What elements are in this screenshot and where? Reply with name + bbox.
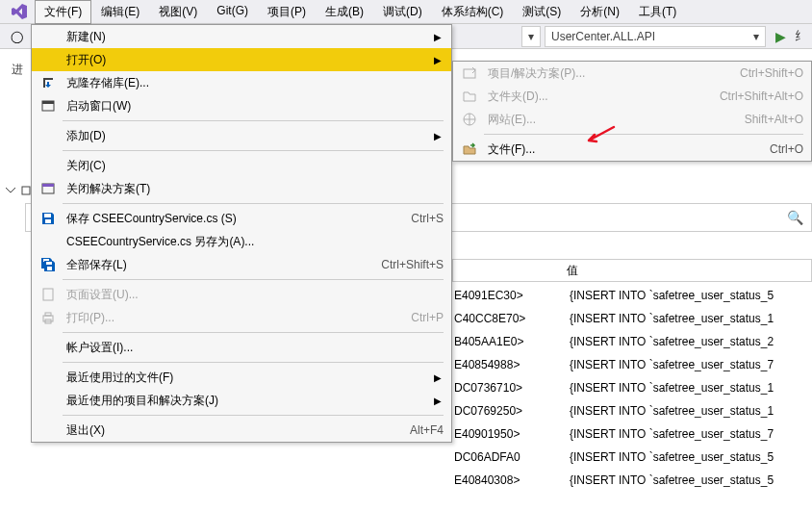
menu-separator bbox=[63, 120, 444, 121]
file-menu-item[interactable]: 关闭解决方案(T) bbox=[32, 177, 451, 200]
menu-item-shortcut: Shift+Alt+O bbox=[725, 113, 803, 126]
menu-separator bbox=[484, 134, 803, 135]
search-icon: 🔍 bbox=[787, 210, 803, 225]
table-row[interactable]: E4091EC30>{INSERT INTO `safetree_user_st… bbox=[452, 284, 812, 307]
collapse-icon[interactable] bbox=[4, 184, 17, 197]
data-table-body: E4091EC30>{INSERT INTO `safetree_user_st… bbox=[452, 284, 812, 492]
svg-rect-8 bbox=[46, 262, 52, 265]
file-menu-item[interactable]: 保存 CSEECountryService.cs (S)Ctrl+S bbox=[32, 207, 451, 230]
blank-icon bbox=[36, 391, 61, 410]
file-menu-item[interactable]: 打开(O)▶ bbox=[32, 48, 451, 71]
project-selector[interactable]: UserCenter.ALL.API ▾ bbox=[545, 26, 766, 47]
menu-separator bbox=[63, 279, 444, 280]
menu-separator bbox=[63, 332, 444, 333]
table-row[interactable]: E40854988>{INSERT INTO `safetree_user_st… bbox=[452, 353, 812, 376]
menubar: 文件(F)编辑(E)视图(V)Git(G)项目(P)生成(B)调试(D)体系结构… bbox=[0, 0, 812, 24]
file-menu-item[interactable]: 帐户设置(I)... bbox=[32, 336, 451, 359]
table-row[interactable]: C40CC8E70>{INSERT INTO `safetree_user_st… bbox=[452, 307, 812, 330]
file-menu-item: 打印(P)...Ctrl+P bbox=[32, 306, 451, 329]
cell-value: {INSERT INTO `safetree_user_status_5 bbox=[570, 289, 774, 302]
cell-value: {INSERT INTO `safetree_user_status_2 bbox=[570, 335, 774, 348]
file-menu-item[interactable]: 退出(X)Alt+F4 bbox=[32, 419, 451, 442]
menu-item[interactable]: 测试(S) bbox=[513, 0, 571, 24]
menu-item[interactable]: 调试(D) bbox=[373, 0, 432, 24]
menu-item-label: 打开(O) bbox=[61, 52, 432, 68]
toolbar-dropdown-small[interactable]: ▾ bbox=[521, 26, 541, 47]
cell-address: E40854988> bbox=[454, 358, 570, 371]
table-row[interactable]: B405AA1E0>{INSERT INTO `safetree_user_st… bbox=[452, 330, 812, 353]
svg-rect-0 bbox=[22, 187, 30, 194]
menu-item[interactable]: 生成(B) bbox=[316, 0, 373, 24]
file-menu: 新建(N)▶打开(O)▶克隆存储库(E)...启动窗口(W)添加(D)▶关闭(C… bbox=[31, 24, 452, 443]
cell-address: E40840308> bbox=[454, 473, 570, 487]
submenu-arrow-icon: ▶ bbox=[432, 396, 444, 406]
file-menu-item[interactable]: 关闭(C) bbox=[32, 154, 451, 177]
file-menu-item[interactable]: 添加(D)▶ bbox=[32, 124, 451, 147]
svg-rect-6 bbox=[45, 219, 51, 223]
save-all-icon bbox=[36, 255, 61, 274]
folder-icon bbox=[457, 87, 482, 106]
data-table-header: 值 bbox=[452, 259, 812, 282]
file-open-icon bbox=[457, 140, 482, 159]
table-row[interactable]: DC0736710>{INSERT INTO `safetree_user_st… bbox=[452, 376, 812, 399]
open-submenu-item: 文件夹(D)...Ctrl+Shift+Alt+O bbox=[453, 85, 811, 108]
page-icon bbox=[36, 285, 61, 304]
toolbar-back-icon[interactable]: ◯ bbox=[6, 26, 27, 47]
svg-rect-14 bbox=[464, 69, 475, 78]
start-debug-button[interactable]: ▶ bbox=[770, 26, 791, 47]
menu-item-label: 新建(N) bbox=[61, 29, 432, 45]
menu-item[interactable]: 体系结构(C) bbox=[432, 0, 514, 24]
submenu-arrow-icon: ▶ bbox=[432, 131, 444, 141]
save-icon bbox=[36, 209, 61, 228]
blank-icon bbox=[36, 368, 61, 387]
file-menu-item: 页面设置(U)... bbox=[32, 283, 451, 306]
cell-address: DC0769250> bbox=[454, 404, 570, 418]
file-menu-item[interactable]: CSEECountryService.cs 另存为(A)... bbox=[32, 230, 451, 253]
table-row[interactable]: E40901950>{INSERT INTO `safetree_user_st… bbox=[452, 422, 812, 446]
menu-item-shortcut: Ctrl+P bbox=[392, 311, 444, 324]
svg-rect-5 bbox=[44, 214, 51, 217]
menu-item-label: 关闭解决方案(T) bbox=[61, 181, 444, 197]
open-submenu-item[interactable]: 文件(F)...Ctrl+O bbox=[453, 138, 811, 161]
file-menu-item[interactable]: 克隆存储库(E)... bbox=[32, 71, 451, 94]
print-icon bbox=[36, 308, 61, 327]
blank-icon bbox=[36, 50, 61, 69]
menu-separator bbox=[63, 415, 444, 416]
menu-item-label: 保存 CSEECountryService.cs (S) bbox=[61, 211, 392, 227]
cell-value: {INSERT INTO `safetree_user_status_5 bbox=[570, 450, 774, 464]
menu-item[interactable]: 项目(P) bbox=[258, 0, 316, 24]
menu-item-shortcut: Ctrl+Shift+S bbox=[362, 258, 444, 271]
menu-item[interactable]: Git(G) bbox=[207, 0, 258, 24]
file-menu-item[interactable]: 最近使用的项目和解决方案(J)▶ bbox=[32, 389, 451, 412]
menu-separator bbox=[63, 362, 444, 363]
menu-item[interactable]: 工具(T) bbox=[629, 0, 686, 24]
vs-logo-icon bbox=[10, 2, 29, 21]
menu-item-shortcut: Alt+F4 bbox=[391, 423, 444, 437]
file-menu-item[interactable]: 全部保存(L)Ctrl+Shift+S bbox=[32, 253, 451, 276]
table-row[interactable]: DC06ADFA0{INSERT INTO `safetree_user_sta… bbox=[452, 446, 812, 469]
file-menu-item[interactable]: 最近使用过的文件(F)▶ bbox=[32, 366, 451, 389]
table-row[interactable]: E40840308>{INSERT INTO `safetree_user_st… bbox=[452, 469, 812, 492]
menu-item-label: CSEECountryService.cs 另存为(A)... bbox=[61, 234, 444, 250]
blank-icon bbox=[36, 27, 61, 46]
cell-value: {INSERT INTO `safetree_user_status_1 bbox=[570, 312, 774, 325]
table-row[interactable]: DC0769250>{INSERT INTO `safetree_user_st… bbox=[452, 399, 812, 422]
blank-icon bbox=[36, 232, 61, 251]
file-menu-item[interactable]: 启动窗口(W) bbox=[32, 94, 451, 117]
cell-value: {INSERT INTO `safetree_user_status_7 bbox=[570, 427, 774, 441]
file-menu-item[interactable]: 新建(N)▶ bbox=[32, 25, 451, 48]
cell-address: C40CC8E70> bbox=[454, 312, 570, 325]
menu-item[interactable]: 编辑(E) bbox=[91, 0, 149, 24]
menu-item[interactable]: 分析(N) bbox=[571, 0, 629, 24]
menu-item-label: 克隆存储库(E)... bbox=[61, 75, 444, 91]
svg-rect-9 bbox=[47, 267, 52, 270]
menu-item-label: 关闭(C) bbox=[61, 158, 444, 174]
menu-item-shortcut: Ctrl+Shift+O bbox=[721, 66, 803, 80]
clone-icon bbox=[36, 73, 61, 92]
menu-item[interactable]: 文件(F) bbox=[35, 0, 91, 24]
open-submenu: 项目/解决方案(P)...Ctrl+Shift+O文件夹(D)...Ctrl+S… bbox=[452, 61, 812, 162]
menu-item[interactable]: 视图(V) bbox=[149, 0, 207, 24]
blank-icon bbox=[36, 421, 61, 440]
menu-item-label: 项目/解决方案(P)... bbox=[482, 65, 721, 82]
proj-icon bbox=[457, 64, 482, 83]
